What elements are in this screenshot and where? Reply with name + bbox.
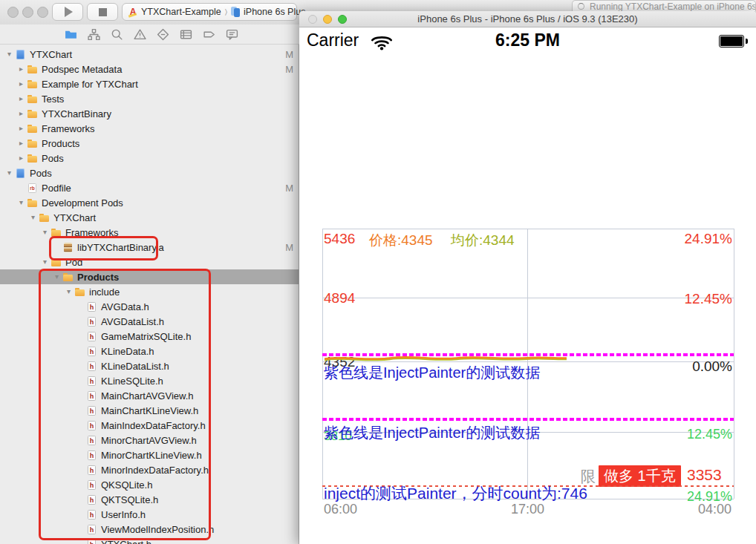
gridline xyxy=(322,298,734,298)
stop-icon xyxy=(99,8,107,16)
chevron-right-icon: 〉 xyxy=(224,7,228,16)
x-axis-label: 04:00 xyxy=(698,502,731,517)
tree-row[interactable]: ▸Tests xyxy=(0,91,299,106)
stop-button[interactable] xyxy=(87,3,118,21)
tree-row[interactable]: ▸Pods xyxy=(0,151,299,166)
header-file-icon xyxy=(86,361,97,372)
disclosure-triangle-icon[interactable]: ▾ xyxy=(52,269,62,284)
window-title: iPhone 6s Plus - iPhone 6s Plus / iOS 9.… xyxy=(299,11,756,27)
tree-row[interactable]: QKSQLite.h xyxy=(0,477,299,492)
disclosure-triangle-icon[interactable]: ▸ xyxy=(16,62,26,76)
minimize-button[interactable] xyxy=(323,15,332,24)
tree-row[interactable]: ▾Development Pods xyxy=(0,195,299,210)
tree-row[interactable]: ▾Products xyxy=(0,269,299,284)
tree-row[interactable]: ▸Podspec MetadataM xyxy=(0,62,299,76)
tree-row[interactable]: QKTSQLite.h xyxy=(0,492,299,507)
disclosure-triangle-icon[interactable]: ▾ xyxy=(64,284,74,299)
tree-row[interactable]: ▸Products xyxy=(0,136,299,151)
navigator-bar xyxy=(0,24,299,45)
disclosure-triangle-icon[interactable]: ▸ xyxy=(16,91,26,106)
tree-row[interactable]: ▾include xyxy=(0,284,299,299)
tree-item-label: MinorChartKLineView.h xyxy=(101,450,202,461)
breakpoint-navigator-icon[interactable] xyxy=(202,27,215,41)
inject-painter-line-2 xyxy=(322,418,734,421)
chart-right-border xyxy=(734,229,734,499)
tree-row[interactable]: PodfileM xyxy=(0,180,299,195)
position-value: 3353 xyxy=(687,466,722,484)
ruby-file-icon xyxy=(27,183,38,194)
tree-item-label: MinorIndexDataFactory.h xyxy=(101,465,209,476)
run-button[interactable] xyxy=(52,3,83,21)
tree-row[interactable]: KLineSQLite.h xyxy=(0,373,299,388)
disclosure-triangle-icon[interactable]: ▾ xyxy=(40,225,50,240)
position-badge: 做多 1千克 xyxy=(599,465,681,487)
tree-row[interactable]: ▾Frameworks xyxy=(0,225,299,240)
tree-row[interactable]: MainChartKLineView.h xyxy=(0,403,299,418)
tree-row[interactable]: ▾YTXChartM xyxy=(0,47,299,62)
header-file-icon xyxy=(86,331,97,342)
disclosure-triangle-icon[interactable]: ▸ xyxy=(16,76,26,91)
tree-row[interactable]: AVGData.h xyxy=(0,299,299,314)
tree-row[interactable]: UserInfo.h xyxy=(0,507,299,522)
zoom-button[interactable] xyxy=(338,15,347,24)
tree-item-label: YTXChart xyxy=(53,212,96,223)
tree-item-label: GameMatrixSQLite.h xyxy=(101,331,191,342)
tree-row[interactable]: AVGDataList.h xyxy=(0,314,299,329)
folder-icon xyxy=(50,227,62,238)
test-navigator-icon[interactable] xyxy=(156,27,169,41)
tree-row[interactable]: KLineData.h xyxy=(0,344,299,358)
avg-legend: 均价:4344 xyxy=(451,231,515,250)
tree-item-label: YTXChart xyxy=(30,49,72,60)
tree-row[interactable]: ▸YTXChartBinary xyxy=(0,106,299,121)
symbol-navigator-icon[interactable] xyxy=(87,27,100,41)
progress-spinner-icon xyxy=(578,3,584,10)
tree-row[interactable]: ▾YTXChart xyxy=(0,210,299,225)
tree-row[interactable]: ▸Example for YTXChart xyxy=(0,76,299,91)
tree-row[interactable]: KLineDataList.h xyxy=(0,358,299,373)
tree-row[interactable]: ▾Pod xyxy=(0,255,299,269)
folder-icon xyxy=(27,123,38,134)
disclosure-triangle-icon[interactable]: ▾ xyxy=(16,195,26,210)
disclosure-triangle-icon[interactable]: ▾ xyxy=(28,210,38,225)
disclosure-triangle-icon[interactable]: ▾ xyxy=(40,255,50,269)
tree-item-label: MainChartKLineView.h xyxy=(101,405,198,416)
tree-row[interactable]: ViewModelIndexPosition.h xyxy=(0,522,299,537)
folder-icon xyxy=(27,64,38,75)
issue-navigator-icon[interactable] xyxy=(133,27,146,41)
zoom-button[interactable] xyxy=(37,7,48,18)
disclosure-triangle-icon[interactable]: ▸ xyxy=(16,136,26,151)
tree-item-label: Pods xyxy=(42,153,64,164)
tree-item-label: MinorChartAVGView.h xyxy=(101,435,197,446)
find-navigator-icon[interactable] xyxy=(110,27,123,41)
disclosure-triangle-icon[interactable]: ▸ xyxy=(16,121,26,136)
disclosure-triangle-icon[interactable]: ▸ xyxy=(16,151,26,166)
close-button[interactable] xyxy=(308,15,317,24)
project-navigator-icon[interactable] xyxy=(64,27,77,41)
close-button[interactable] xyxy=(7,7,19,18)
tree-row[interactable]: MinorIndexDataFactory.h xyxy=(0,462,299,477)
disclosure-triangle-icon[interactable]: ▾ xyxy=(4,166,14,180)
tree-item-label: include xyxy=(89,286,120,298)
tree-row[interactable]: ▾Pods xyxy=(0,166,299,180)
tree-row[interactable]: ▸Frameworks xyxy=(0,121,299,136)
status-time: 6:25 PM xyxy=(299,30,756,50)
header-file-icon xyxy=(86,509,97,520)
scheme-name: YTXChart-Example xyxy=(141,7,221,17)
debug-navigator-icon[interactable] xyxy=(179,27,192,41)
tree-row[interactable]: MinorChartAVGView.h xyxy=(0,433,299,448)
tree-item-label: libYTXChartBinary.a xyxy=(77,242,164,253)
tree-row[interactable]: MinorChartKLineView.h xyxy=(0,448,299,462)
disclosure-triangle-icon[interactable]: ▾ xyxy=(4,47,14,62)
disclosure-triangle-icon[interactable]: ▸ xyxy=(16,106,26,121)
tree-row[interactable]: MainChartAVGView.h xyxy=(0,388,299,403)
tree-item-label: Development Pods xyxy=(42,197,123,209)
tree-row[interactable]: GameMatrixSQLite.h xyxy=(0,329,299,344)
x-axis-label: 06:00 xyxy=(324,502,357,517)
tree-row[interactable]: YTXChart.h xyxy=(0,537,299,544)
scheme-selector[interactable]: A YTXChart-Example 〉 iPhone 6s Plus xyxy=(122,3,297,21)
tree-item-label: Frameworks xyxy=(65,227,119,238)
minimize-button[interactable] xyxy=(22,7,33,18)
tree-row[interactable]: libYTXChartBinary.aM xyxy=(0,240,299,255)
report-navigator-icon[interactable] xyxy=(225,27,238,41)
tree-row[interactable]: MainIndexDataFactory.h xyxy=(0,418,299,433)
